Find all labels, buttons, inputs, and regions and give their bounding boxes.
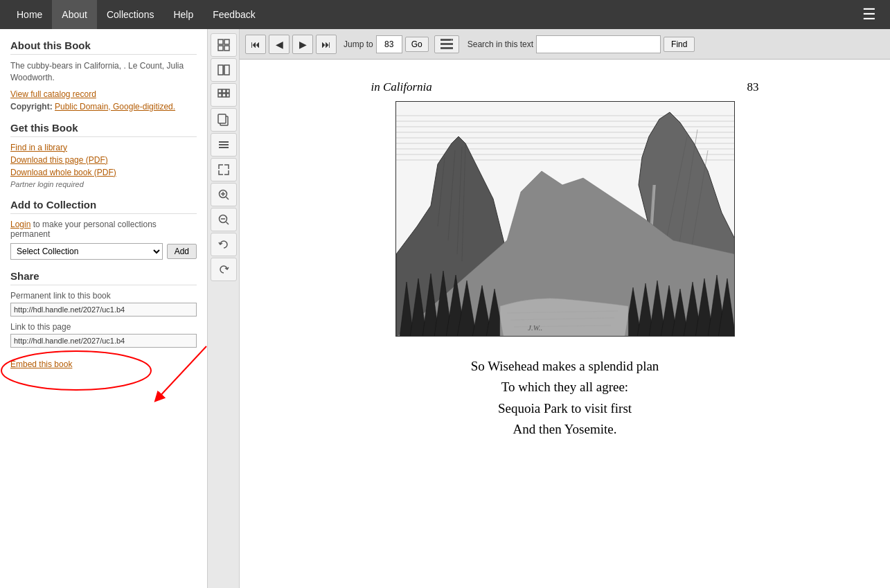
find-button[interactable]: Find [664, 37, 695, 52]
svg-rect-3 [224, 39, 229, 44]
nav-collections[interactable]: Collections [97, 0, 163, 29]
get-book-links: Find in a library Download this page (PD… [10, 143, 197, 188]
add-button[interactable]: Add [167, 244, 197, 259]
svg-text:J.W..: J.W.. [528, 323, 542, 332]
page-illustration: J.W.. [395, 101, 735, 337]
embed-circle-svg [0, 348, 156, 393]
svg-rect-29 [440, 47, 453, 49]
add-collection-section: Add to Collection Login to make your per… [10, 199, 197, 260]
catalog-link[interactable]: View full catalog record [10, 89, 197, 99]
last-page-btn[interactable]: ⏭ [316, 35, 337, 54]
page-inner: in California 83 [337, 60, 794, 579]
share-section: Share Permanent link to this book Link t… [10, 270, 197, 369]
login-suffix: to make your personal collections perman… [10, 220, 157, 239]
list-view-btn[interactable] [211, 133, 237, 157]
about-section: About this Book The cubby-bears in Calif… [10, 39, 197, 112]
copyright-label: Copyright: [10, 102, 53, 112]
top-navigation: Home About Collections Help Feedback ☰ [0, 0, 890, 29]
page-header: in California 83 [371, 80, 759, 94]
add-collection-title: Add to Collection [10, 199, 197, 214]
get-book-title: Get this Book [10, 122, 197, 137]
verse-line-2: To which they all agree: [471, 377, 659, 398]
embed-link[interactable]: Embed this book [10, 359, 72, 369]
svg-line-21 [226, 197, 229, 200]
book-meta: The cubby-bears in California, . Le Coun… [10, 60, 197, 84]
verse-line-1: So Wisehead makes a splendid plan [471, 356, 659, 377]
download-page-link[interactable]: Download this page (PDF) [10, 155, 197, 165]
svg-rect-10 [222, 89, 226, 93]
expand-btn[interactable] [211, 158, 237, 181]
login-note: Login to make your personal collections … [10, 220, 197, 239]
page-number-display: 83 [747, 80, 759, 94]
book-view-btn[interactable] [211, 58, 237, 82]
prev-page-btn[interactable]: ◀ [269, 35, 290, 54]
verse-line-3: Sequoia Park to visit first [471, 398, 659, 419]
next-page-btn[interactable]: ▶ [292, 35, 313, 54]
login-link[interactable]: Login [10, 220, 30, 229]
svg-rect-12 [218, 93, 222, 97]
svg-rect-5 [224, 46, 229, 51]
collection-select[interactable]: Select Collection [10, 243, 163, 260]
search-input[interactable] [536, 35, 661, 53]
sidebar: About this Book The cubby-bears in Calif… [0, 29, 208, 588]
page-header-title: in California [371, 80, 432, 94]
nav-help[interactable]: Help [163, 0, 203, 29]
svg-rect-11 [226, 89, 229, 93]
rotate-left-btn[interactable] [211, 233, 237, 256]
zoom-out-btn[interactable] [211, 208, 237, 231]
get-book-section: Get this Book Find in a library Download… [10, 122, 197, 188]
book-page: in California 83 [240, 60, 890, 588]
grid-view-btn[interactable] [211, 83, 237, 107]
svg-line-25 [226, 222, 229, 225]
page-link-input[interactable] [10, 334, 197, 348]
copy-btn[interactable] [211, 108, 237, 132]
collection-row: Select Collection Add [10, 243, 197, 260]
page-number-input[interactable] [376, 35, 402, 53]
find-library-link[interactable]: Find in a library [10, 143, 197, 152]
svg-rect-6 [218, 65, 223, 75]
svg-rect-13 [222, 93, 226, 97]
mountain-illustration: J.W.. [396, 102, 735, 337]
about-section-title: About this Book [10, 39, 197, 55]
viewer-area: ⏮ ◀ ▶ ⏭ Jump to Go Search in this text F… [240, 29, 890, 588]
svg-point-0 [1, 351, 151, 390]
svg-rect-2 [218, 39, 223, 44]
zoom-in-btn[interactable] [211, 183, 237, 206]
svg-rect-14 [226, 93, 229, 97]
perm-link-label: Permanent link to this book [10, 291, 197, 301]
main-layout: About this Book The cubby-bears in Calif… [0, 29, 890, 588]
nav-about[interactable]: About [52, 0, 97, 29]
svg-rect-4 [218, 46, 223, 51]
page-link-label: Link to this page [10, 322, 197, 332]
partner-note: Partner login required [10, 180, 197, 188]
go-button[interactable]: Go [405, 37, 429, 52]
svg-rect-9 [218, 89, 222, 93]
embed-section: Embed this book [10, 359, 72, 369]
svg-rect-16 [218, 114, 226, 123]
thumbnail-tool-btn[interactable] [211, 33, 237, 57]
verse-line-4: And then Yosemite. [471, 419, 659, 440]
viewer-toolbar [208, 29, 240, 588]
svg-rect-28 [440, 43, 453, 45]
page-verse: So Wisehead makes a splendid plan To whi… [471, 356, 659, 440]
copyright-value[interactable]: Public Domain, Google-digitized. [55, 102, 175, 112]
svg-rect-7 [224, 65, 229, 75]
search-label: Search in this text [468, 39, 533, 49]
viewer-controls: ⏮ ◀ ▶ ⏭ Jump to Go Search in this text F… [240, 29, 890, 60]
nav-home[interactable]: Home [7, 0, 52, 29]
rotate-right-btn[interactable] [211, 258, 237, 281]
share-title: Share [10, 270, 197, 285]
nav-feedback[interactable]: Feedback [203, 0, 265, 29]
first-page-btn[interactable]: ⏮ [245, 35, 266, 54]
download-book-link[interactable]: Download whole book (PDF) [10, 168, 197, 177]
hamburger-icon[interactable]: ☰ [855, 6, 883, 24]
perm-link-input[interactable] [10, 303, 197, 317]
view-options-btn[interactable] [434, 35, 459, 53]
copyright-line: Copyright: Public Domain, Google-digitiz… [10, 102, 197, 112]
jump-to-label: Jump to [344, 39, 373, 49]
